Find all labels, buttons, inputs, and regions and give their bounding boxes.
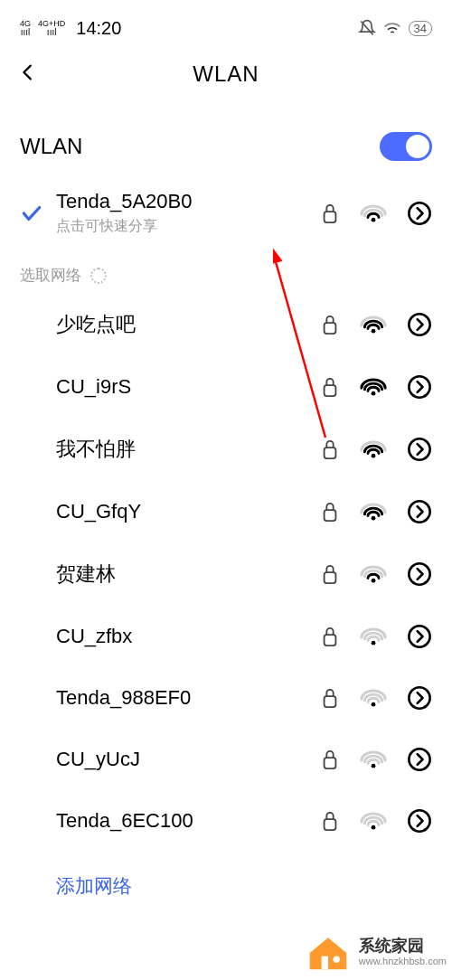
network-name-col: 少吃点吧 (20, 311, 320, 338)
dnd-icon (358, 19, 376, 37)
svg-rect-0 (325, 212, 336, 222)
svg-point-4 (372, 329, 376, 334)
network-name-col: Tenda_6EC100 (20, 809, 320, 833)
detail-chevron-icon[interactable] (407, 624, 432, 649)
signal-2-icon: 4G+HDıııl (38, 20, 65, 37)
detail-chevron-icon[interactable] (407, 499, 432, 524)
network-row[interactable]: CU_zfbx (20, 606, 432, 667)
network-ssid: Tenda_6EC100 (56, 809, 320, 833)
status-bar: 4Gıııl 4G+HDıııl 14:20 34 (0, 0, 452, 42)
network-ssid: 贺建林 (56, 561, 320, 588)
network-row[interactable]: 我不怕胖 (20, 418, 432, 481)
wifi-status-icon (383, 21, 401, 35)
svg-point-25 (372, 764, 376, 768)
network-row[interactable]: Tenda_988EF0 (20, 667, 432, 729)
svg-point-19 (372, 641, 376, 645)
connected-ssid: Tenda_5A20B0 (56, 190, 320, 213)
lock-icon (320, 748, 340, 771)
network-name-col: CU_i9rS (20, 375, 320, 399)
network-name-col: 我不怕胖 (20, 436, 320, 463)
svg-point-13 (372, 516, 376, 521)
wifi-icon (360, 626, 387, 647)
svg-point-26 (409, 749, 429, 769)
svg-point-1 (372, 217, 376, 221)
signal-1-icon: 4Gıııl (20, 20, 31, 37)
detail-chevron-icon[interactable] (407, 312, 432, 337)
wlan-toggle-row: WLAN (20, 101, 432, 177)
network-row[interactable]: CU_i9rS (20, 356, 432, 418)
wlan-label: WLAN (20, 134, 82, 159)
svg-point-22 (372, 702, 376, 707)
svg-point-17 (409, 563, 429, 584)
wifi-icon (360, 687, 387, 709)
detail-chevron-icon[interactable] (407, 747, 432, 772)
status-left: 4Gıııl 4G+HDıııl 14:20 (20, 18, 121, 39)
network-ssid: CU_yUcJ (56, 748, 320, 771)
lock-icon (320, 375, 340, 399)
lock-icon (320, 562, 340, 586)
svg-point-5 (409, 314, 429, 335)
wifi-icon (360, 314, 387, 335)
connected-network-row[interactable]: Tenda_5A20B0 点击可快速分享 (20, 177, 432, 249)
svg-rect-12 (325, 510, 336, 521)
header: WLAN (0, 47, 452, 101)
lock-icon (320, 500, 340, 523)
back-button[interactable] (18, 58, 38, 87)
network-name-col: CU_zfbx (20, 625, 320, 648)
lock-icon (320, 686, 340, 710)
wifi-icon (360, 810, 387, 832)
wifi-icon (360, 501, 387, 523)
network-name-col: CU_yUcJ (20, 748, 320, 771)
connected-check-icon (20, 202, 56, 225)
network-name-col: 贺建林 (20, 561, 320, 588)
svg-rect-21 (325, 696, 336, 707)
svg-point-23 (409, 687, 429, 708)
network-row[interactable]: Tenda_6EC100 (20, 790, 432, 852)
svg-point-16 (372, 579, 376, 583)
svg-rect-3 (325, 323, 336, 334)
lock-icon (320, 625, 340, 648)
svg-rect-24 (325, 758, 336, 768)
svg-point-10 (372, 454, 376, 458)
lock-icon (320, 202, 340, 225)
svg-point-11 (409, 438, 429, 459)
network-name-col: Tenda_988EF0 (20, 686, 320, 710)
wifi-icon (360, 438, 387, 460)
watermark: 系统家园 www.hnzkhbsb.com (297, 928, 452, 976)
svg-point-7 (372, 391, 376, 396)
wifi-icon (360, 563, 387, 585)
network-ssid: CU_zfbx (56, 625, 320, 648)
detail-chevron-icon[interactable] (407, 437, 432, 462)
svg-rect-18 (325, 635, 336, 645)
loading-spinner-icon (90, 268, 107, 284)
wifi-icon (360, 749, 387, 770)
wifi-icon (360, 376, 387, 398)
detail-chevron-icon[interactable] (407, 201, 432, 226)
connected-hint: 点击可快速分享 (56, 217, 320, 236)
svg-point-28 (372, 825, 376, 830)
lock-icon (320, 809, 340, 833)
connected-name-col: Tenda_5A20B0 点击可快速分享 (56, 190, 320, 236)
svg-point-32 (333, 956, 339, 963)
detail-chevron-icon[interactable] (407, 561, 432, 587)
network-row[interactable]: CU_GfqY (20, 481, 432, 542)
svg-rect-31 (321, 956, 327, 970)
wlan-toggle[interactable] (380, 132, 432, 161)
network-ssid: CU_GfqY (56, 500, 320, 523)
status-right: 34 (358, 19, 432, 37)
watermark-url: www.hnzkhbsb.com (359, 956, 447, 966)
network-row[interactable]: 少吃点吧 (20, 293, 432, 356)
detail-chevron-icon[interactable] (407, 808, 432, 834)
add-network-button[interactable]: 添加网络 (20, 852, 432, 899)
network-ssid: 少吃点吧 (56, 311, 320, 338)
detail-chevron-icon[interactable] (407, 374, 432, 400)
network-row[interactable]: CU_yUcJ (20, 729, 432, 790)
svg-point-29 (409, 810, 429, 831)
detail-chevron-icon[interactable] (407, 685, 432, 711)
network-row[interactable]: 贺建林 (20, 542, 432, 606)
network-ssid: 我不怕胖 (56, 436, 320, 463)
svg-point-20 (409, 626, 429, 646)
lock-icon (320, 438, 340, 461)
svg-point-14 (409, 501, 429, 522)
network-ssid: Tenda_988EF0 (56, 686, 320, 710)
